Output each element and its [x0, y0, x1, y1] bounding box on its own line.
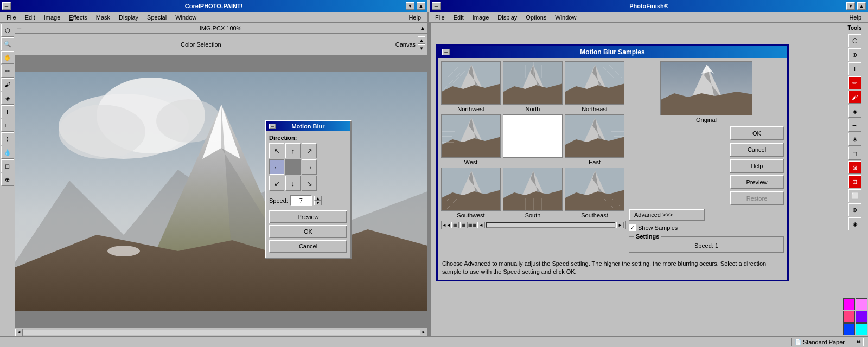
menu-effects-left[interactable]: Effects [65, 13, 91, 22]
sample-southwest[interactable]: Southwest [441, 168, 501, 219]
dir-btn-n[interactable]: ↑ [285, 143, 301, 158]
sample-img-northwest[interactable] [441, 61, 501, 105]
menu-window-left[interactable]: Window [171, 13, 201, 22]
spin-down[interactable]: ▼ [314, 201, 322, 205]
swatch-cyan[interactable] [856, 323, 867, 335]
menu-help-left[interactable]: Help [404, 13, 425, 22]
tool-eraser[interactable]: ◻ [1, 159, 14, 172]
menu-image-right[interactable]: Image [468, 13, 494, 22]
r-tool-8[interactable]: ☀ [848, 133, 861, 146]
menu-image-left[interactable]: Image [40, 13, 65, 22]
r-tool-11[interactable]: ⊡ [848, 175, 861, 188]
r-tool-13[interactable]: ⊛ [848, 203, 861, 216]
maximize-btn-left[interactable]: ▲ [417, 2, 425, 10]
sample-west[interactable]: West [441, 114, 501, 165]
dir-btn-w[interactable]: ← [269, 159, 284, 175]
menu-help-right[interactable]: Help [845, 13, 866, 22]
menu-edit-right[interactable]: Edit [449, 13, 468, 22]
swatch-purple[interactable] [856, 311, 867, 323]
preview-btn-small[interactable]: Preview [269, 210, 347, 223]
sample-north[interactable]: North [503, 61, 563, 112]
menu-display-right[interactable]: Display [493, 13, 521, 22]
h-scroll-left-btn[interactable]: ◄ [15, 329, 23, 336]
sample-img-southwest[interactable] [441, 168, 501, 211]
r-tool-1[interactable]: ⬡ [848, 34, 861, 47]
advanced-btn[interactable]: Advanced >>> [629, 209, 705, 221]
scroll-down-color[interactable]: ▼ [418, 44, 425, 52]
r-tool-12[interactable]: ⬜ [848, 189, 861, 202]
r-tool-10[interactable]: ⊠ [848, 161, 861, 174]
scroll-up-color[interactable]: ▲ [418, 36, 425, 44]
sample-northeast[interactable]: Northeast [565, 61, 624, 112]
menu-display-left[interactable]: Display [114, 13, 143, 22]
cancel-btn-small[interactable]: Cancel [269, 240, 347, 253]
scroll-h-prev[interactable]: ◄ [477, 222, 485, 228]
canvas-maximize-btn[interactable]: ▲ [420, 25, 425, 31]
sample-east[interactable]: East [565, 114, 624, 165]
tool-eyedrop[interactable]: 💧 [1, 146, 14, 159]
ok-btn-samples[interactable]: OK [730, 126, 784, 140]
menu-edit-left[interactable]: Edit [21, 13, 40, 22]
tool-zoom[interactable]: 🔍 [1, 37, 14, 50]
r-tool-14[interactable]: ◈ [848, 217, 861, 230]
cancel-btn-samples[interactable]: Cancel [730, 143, 784, 157]
canvas-minimize-btn[interactable]: ─ [17, 25, 21, 31]
menu-file-right[interactable]: File [431, 13, 449, 22]
dir-btn-ne[interactable]: ↗ [302, 143, 317, 158]
swatch-magenta[interactable] [843, 298, 855, 310]
tool-brush[interactable]: 🖌 [1, 78, 14, 91]
r-tool-7[interactable]: ⊸ [848, 119, 861, 132]
tool-draw[interactable]: ✏ [1, 65, 14, 78]
dir-btn-nw[interactable]: ↖ [269, 143, 284, 158]
menu-options-right[interactable]: Options [521, 13, 551, 22]
preview-btn-samples[interactable]: Preview [730, 175, 784, 189]
ok-btn-small[interactable]: OK [269, 225, 347, 238]
swatch-blue[interactable] [843, 323, 855, 335]
sample-south[interactable]: South [503, 168, 563, 219]
speed-input[interactable] [290, 195, 312, 206]
h-scroll-right-btn[interactable]: ► [420, 329, 427, 336]
minimize-btn-right[interactable]: ▼ [846, 2, 855, 10]
r-tool-3[interactable]: T [848, 62, 861, 75]
scroll-h-track[interactable] [486, 222, 615, 228]
status-resize[interactable]: ⇔ [853, 338, 864, 346]
h-scroll-track[interactable] [23, 330, 420, 335]
r-tool-2[interactable]: ⊕ [848, 48, 861, 61]
r-tool-9[interactable]: ◻ [848, 147, 861, 160]
motion-blur-small-sys-btn[interactable]: ─ [269, 124, 276, 129]
left-app-sys-btn[interactable]: ─ [2, 2, 11, 10]
scroll-h-next[interactable]: ► [616, 222, 624, 228]
menu-special-left[interactable]: Special [143, 13, 171, 22]
sample-img-southeast[interactable] [565, 168, 624, 211]
menu-file-left[interactable]: File [2, 13, 21, 22]
samples-sys-btn[interactable]: ─ [442, 49, 450, 55]
tool-crop[interactable]: ⊹ [1, 132, 14, 145]
menu-mask-left[interactable]: Mask [92, 13, 114, 22]
sample-northwest[interactable]: Northwest [441, 61, 501, 112]
scroll-h-grid2[interactable]: ▦ [460, 222, 468, 228]
right-app-sys-btn[interactable]: ─ [432, 2, 441, 10]
sample-img-west[interactable] [441, 114, 501, 158]
show-samples-checkbox[interactable]: ✓ [629, 224, 636, 231]
help-btn-samples[interactable]: Help [730, 159, 784, 173]
tool-text[interactable]: T [1, 105, 14, 118]
tool-move[interactable]: ✋ [1, 51, 14, 64]
dir-btn-sw[interactable]: ↙ [269, 176, 284, 191]
restore-btn-samples[interactable]: Restore [730, 191, 784, 205]
minimize-btn-left[interactable]: ▼ [406, 2, 414, 10]
swatch-red-pink[interactable] [843, 311, 855, 323]
swatch-pink[interactable] [856, 298, 867, 310]
sample-img-north[interactable] [503, 61, 563, 105]
tool-select[interactable]: ⬡ [1, 24, 14, 37]
sample-img-east[interactable] [565, 114, 624, 158]
scroll-h-grid1[interactable]: ▦ [451, 222, 459, 228]
spin-up[interactable]: ▲ [314, 196, 322, 201]
r-tool-5[interactable]: 🖌 [848, 91, 861, 104]
dir-btn-e[interactable]: → [302, 159, 317, 175]
sample-img-south[interactable] [503, 168, 563, 211]
sample-southeast[interactable]: Southeast [565, 168, 624, 219]
maximize-btn-right[interactable]: ▲ [857, 2, 866, 10]
tool-shape[interactable]: □ [1, 119, 14, 132]
r-tool-6[interactable]: ◈ [848, 105, 861, 118]
sample-img-northeast[interactable] [565, 61, 624, 105]
